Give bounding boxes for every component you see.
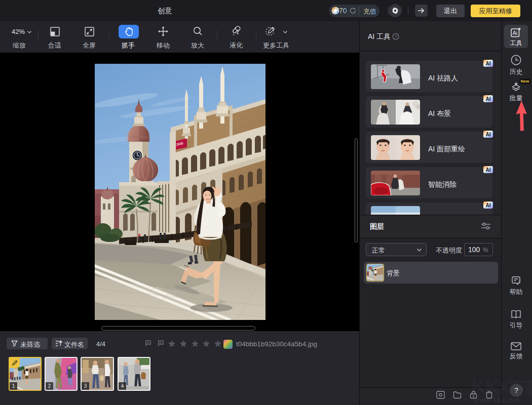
svg-text:AI: AI	[486, 167, 491, 173]
svg-text:AI: AI	[486, 61, 491, 66]
svg-text:AI: AI	[486, 96, 491, 102]
svg-text:AI: AI	[486, 132, 491, 137]
svg-text:?: ?	[518, 279, 521, 284]
svg-text:?: ?	[394, 34, 397, 39]
svg-text:Ai: Ai	[513, 30, 517, 36]
svg-text:AI: AI	[486, 202, 491, 208]
